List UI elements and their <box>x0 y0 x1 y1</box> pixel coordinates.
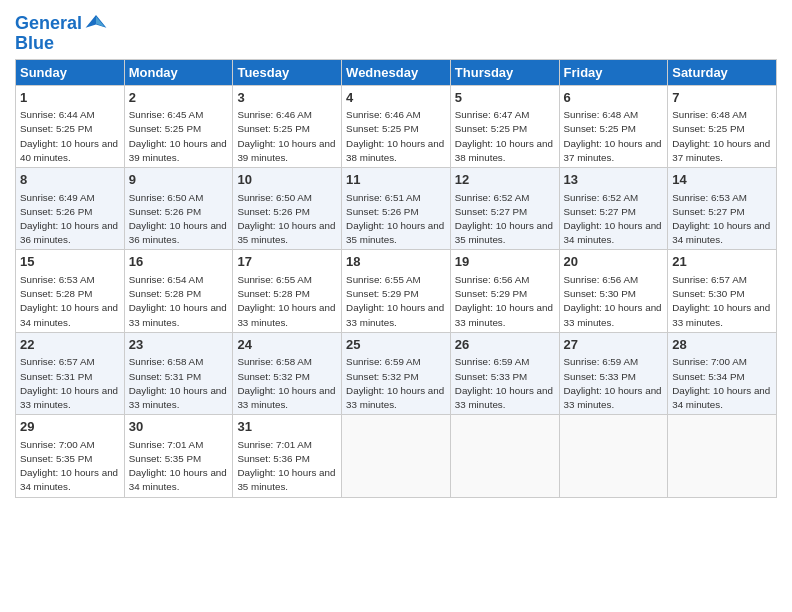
day-sunset: Sunset: 5:34 PM <box>672 371 744 382</box>
day-number: 18 <box>346 253 446 271</box>
logo-text: General <box>15 14 82 34</box>
day-number: 24 <box>237 336 337 354</box>
day-sunrise: Sunrise: 6:45 AM <box>129 109 204 120</box>
logo-text2: Blue <box>15 34 108 54</box>
day-number: 14 <box>672 171 772 189</box>
day-number: 3 <box>237 89 337 107</box>
day-daylight-label: Daylight: 10 hours and 34 minutes. <box>672 385 770 410</box>
day-sunset: Sunset: 5:35 PM <box>20 453 92 464</box>
day-sunrise: Sunrise: 6:50 AM <box>129 192 204 203</box>
day-sunset: Sunset: 5:25 PM <box>564 123 636 134</box>
empty-cell <box>668 415 777 497</box>
day-sunset: Sunset: 5:25 PM <box>237 123 309 134</box>
day-daylight-label: Daylight: 10 hours and 33 minutes. <box>346 302 444 327</box>
day-number: 1 <box>20 89 120 107</box>
empty-cell <box>450 415 559 497</box>
day-daylight-label: Daylight: 10 hours and 34 minutes. <box>129 467 227 492</box>
day-sunrise: Sunrise: 7:00 AM <box>672 356 747 367</box>
day-daylight-label: Daylight: 10 hours and 33 minutes. <box>237 302 335 327</box>
day-cell-18: 18 Sunrise: 6:55 AM Sunset: 5:29 PM Dayl… <box>342 250 451 332</box>
day-daylight-label: Daylight: 10 hours and 35 minutes. <box>455 220 553 245</box>
day-number: 23 <box>129 336 229 354</box>
day-sunrise: Sunrise: 6:57 AM <box>20 356 95 367</box>
day-sunrise: Sunrise: 6:44 AM <box>20 109 95 120</box>
day-number: 30 <box>129 418 229 436</box>
day-sunset: Sunset: 5:32 PM <box>237 371 309 382</box>
day-daylight-label: Daylight: 10 hours and 33 minutes. <box>672 302 770 327</box>
day-number: 12 <box>455 171 555 189</box>
day-sunrise: Sunrise: 6:57 AM <box>672 274 747 285</box>
day-sunrise: Sunrise: 6:55 AM <box>237 274 312 285</box>
day-cell-24: 24 Sunrise: 6:58 AM Sunset: 5:32 PM Dayl… <box>233 332 342 414</box>
day-sunset: Sunset: 5:27 PM <box>672 206 744 217</box>
day-cell-12: 12 Sunrise: 6:52 AM Sunset: 5:27 PM Dayl… <box>450 168 559 250</box>
day-cell-14: 14 Sunrise: 6:53 AM Sunset: 5:27 PM Dayl… <box>668 168 777 250</box>
day-daylight-label: Daylight: 10 hours and 33 minutes. <box>564 302 662 327</box>
day-sunset: Sunset: 5:26 PM <box>237 206 309 217</box>
day-sunrise: Sunrise: 6:58 AM <box>129 356 204 367</box>
day-sunset: Sunset: 5:31 PM <box>129 371 201 382</box>
day-daylight-label: Daylight: 10 hours and 39 minutes. <box>129 138 227 163</box>
day-sunset: Sunset: 5:28 PM <box>20 288 92 299</box>
day-number: 7 <box>672 89 772 107</box>
day-number: 20 <box>564 253 664 271</box>
day-daylight-label: Daylight: 10 hours and 33 minutes. <box>20 385 118 410</box>
day-daylight-label: Daylight: 10 hours and 38 minutes. <box>455 138 553 163</box>
day-sunrise: Sunrise: 6:56 AM <box>564 274 639 285</box>
day-sunrise: Sunrise: 6:54 AM <box>129 274 204 285</box>
day-sunrise: Sunrise: 6:59 AM <box>455 356 530 367</box>
day-daylight-label: Daylight: 10 hours and 34 minutes. <box>20 302 118 327</box>
empty-cell <box>342 415 451 497</box>
day-sunset: Sunset: 5:36 PM <box>237 453 309 464</box>
day-sunset: Sunset: 5:27 PM <box>564 206 636 217</box>
day-sunset: Sunset: 5:29 PM <box>455 288 527 299</box>
week-row-2: 8 Sunrise: 6:49 AM Sunset: 5:26 PM Dayli… <box>16 168 777 250</box>
empty-cell <box>559 415 668 497</box>
day-sunrise: Sunrise: 6:58 AM <box>237 356 312 367</box>
day-cell-10: 10 Sunrise: 6:50 AM Sunset: 5:26 PM Dayl… <box>233 168 342 250</box>
day-number: 26 <box>455 336 555 354</box>
day-sunrise: Sunrise: 7:01 AM <box>237 439 312 450</box>
day-cell-27: 27 Sunrise: 6:59 AM Sunset: 5:33 PM Dayl… <box>559 332 668 414</box>
day-header-monday: Monday <box>124 59 233 85</box>
day-sunrise: Sunrise: 7:00 AM <box>20 439 95 450</box>
day-sunrise: Sunrise: 6:53 AM <box>672 192 747 203</box>
week-row-1: 1 Sunrise: 6:44 AM Sunset: 5:25 PM Dayli… <box>16 85 777 167</box>
day-sunrise: Sunrise: 6:46 AM <box>346 109 421 120</box>
day-daylight-label: Daylight: 10 hours and 35 minutes. <box>237 467 335 492</box>
day-daylight-label: Daylight: 10 hours and 35 minutes. <box>237 220 335 245</box>
day-sunrise: Sunrise: 6:55 AM <box>346 274 421 285</box>
day-cell-26: 26 Sunrise: 6:59 AM Sunset: 5:33 PM Dayl… <box>450 332 559 414</box>
calendar-table: SundayMondayTuesdayWednesdayThursdayFrid… <box>15 59 777 498</box>
logo-icon <box>84 13 108 33</box>
day-daylight-label: Daylight: 10 hours and 33 minutes. <box>564 385 662 410</box>
day-cell-31: 31 Sunrise: 7:01 AM Sunset: 5:36 PM Dayl… <box>233 415 342 497</box>
day-header-friday: Friday <box>559 59 668 85</box>
page-container: General Blue SundayMondayTuesdayWednesda… <box>0 0 792 503</box>
day-daylight-label: Daylight: 10 hours and 33 minutes. <box>455 385 553 410</box>
day-sunset: Sunset: 5:25 PM <box>129 123 201 134</box>
day-cell-3: 3 Sunrise: 6:46 AM Sunset: 5:25 PM Dayli… <box>233 85 342 167</box>
day-daylight-label: Daylight: 10 hours and 40 minutes. <box>20 138 118 163</box>
day-cell-25: 25 Sunrise: 6:59 AM Sunset: 5:32 PM Dayl… <box>342 332 451 414</box>
day-number: 25 <box>346 336 446 354</box>
week-row-4: 22 Sunrise: 6:57 AM Sunset: 5:31 PM Dayl… <box>16 332 777 414</box>
day-cell-4: 4 Sunrise: 6:46 AM Sunset: 5:25 PM Dayli… <box>342 85 451 167</box>
day-cell-21: 21 Sunrise: 6:57 AM Sunset: 5:30 PM Dayl… <box>668 250 777 332</box>
day-cell-20: 20 Sunrise: 6:56 AM Sunset: 5:30 PM Dayl… <box>559 250 668 332</box>
day-cell-17: 17 Sunrise: 6:55 AM Sunset: 5:28 PM Dayl… <box>233 250 342 332</box>
day-number: 6 <box>564 89 664 107</box>
day-sunset: Sunset: 5:26 PM <box>129 206 201 217</box>
day-number: 9 <box>129 171 229 189</box>
day-cell-1: 1 Sunrise: 6:44 AM Sunset: 5:25 PM Dayli… <box>16 85 125 167</box>
day-number: 15 <box>20 253 120 271</box>
day-cell-11: 11 Sunrise: 6:51 AM Sunset: 5:26 PM Dayl… <box>342 168 451 250</box>
day-number: 8 <box>20 171 120 189</box>
week-row-5: 29 Sunrise: 7:00 AM Sunset: 5:35 PM Dayl… <box>16 415 777 497</box>
day-number: 29 <box>20 418 120 436</box>
day-header-saturday: Saturday <box>668 59 777 85</box>
day-daylight-label: Daylight: 10 hours and 35 minutes. <box>346 220 444 245</box>
day-number: 5 <box>455 89 555 107</box>
day-sunset: Sunset: 5:26 PM <box>346 206 418 217</box>
day-daylight-label: Daylight: 10 hours and 39 minutes. <box>237 138 335 163</box>
